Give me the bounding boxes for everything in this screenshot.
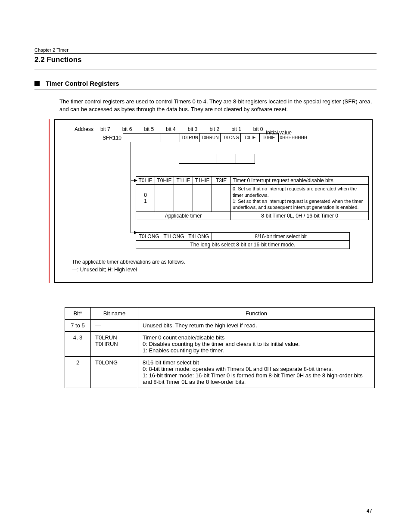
table-row: 4, 3 T0LRUN T0HRUN Timer 0 count enable/…	[65, 332, 375, 357]
col-func: Function	[138, 308, 375, 320]
table-row: 2 T0LONG 8/16-bit timer select bit 0: 8-…	[65, 357, 375, 388]
bullet-square-icon	[34, 81, 40, 86]
change-bar	[49, 119, 50, 283]
address-label: Address	[75, 126, 93, 132]
page-number: 47	[367, 508, 372, 514]
interrupt-select-table: T0LIE T0HIE T1LIE T1HIE T3IE Timer 0 int…	[136, 176, 369, 220]
bit-header-row: bit 7 bit 6 bit 5 bit 4 bit 3 bit 2 bit …	[100, 126, 263, 132]
intro-paragraph: The timer control registers are used to …	[59, 98, 377, 113]
diagram-legend: The applicable timer abbreviations are a…	[72, 258, 185, 274]
col-name: Bit name	[91, 308, 138, 320]
register-bits-table: SFR110 — — — T0LRUN T0HRUN T0LONG T0LIE …	[101, 133, 308, 142]
section-title: 2.2 Functions	[34, 53, 377, 67]
chapter-line: Chapter 2 Timer	[34, 47, 377, 53]
stub-row	[179, 154, 255, 164]
bit-function-table: Bit* Bit name Function 7 to 5 — Unused b…	[65, 307, 375, 388]
subheading: Timer Control Registers	[46, 80, 119, 87]
table-row: 7 to 5 — Unused bits. They return the hi…	[65, 320, 375, 332]
long-select-table: T0LONG T1LONG T4LONG 8/16-bit timer sele…	[136, 232, 350, 249]
col-bit: Bit*	[65, 308, 91, 320]
register-diagram: Address bit 7 bit 6 bit 5 bit 4 bit 3 bi…	[54, 119, 373, 283]
